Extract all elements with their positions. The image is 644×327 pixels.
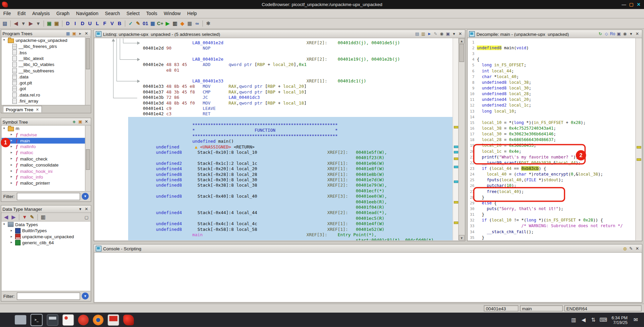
code-line[interactable]: 7 char *local_40; [469,74,635,79]
code-line[interactable]: 8 undefined8 local_38; [469,80,635,85]
code-line[interactable]: undefined ▲ <UNASSIGNED> <RETURN> [143,144,452,149]
code-line[interactable]: 23 if (local_44 == 0xb83cb) { [469,166,635,172]
dtm-unpackme-upx-unpacked[interactable]: ▸unpackme-upx_unpacked [2,234,90,240]
toolbar-u-icon[interactable]: U [86,20,94,27]
code-line[interactable]: 31 } [469,212,635,217]
panel-menu-icon[interactable]: ▾ [451,31,457,37]
run-script-icon[interactable]: ▶ [164,20,171,27]
symbol-malloc-printerr[interactable]: ▸fmalloc_printerr [2,180,87,186]
program-trees-scrollbar[interactable] [85,37,90,105]
expand-tree-icon[interactable]: ▸ [77,30,83,36]
toolbar-b-icon[interactable]: B [116,20,123,27]
byte-viewer-icon[interactable]: 01 [142,20,149,27]
code-line[interactable]: 00401ec5(R) [143,216,452,221]
scroll-lock-icon[interactable]: ◍ [622,246,628,251]
network-icon[interactable]: ⇅ [589,316,598,323]
code-line[interactable]: ****************************************… [143,133,452,139]
symbol-tree-header[interactable]: Symbol Tree ◈▣✕ [1,118,91,126]
code-line[interactable]: 00401f23(R) [143,155,452,160]
panel-menu-icon[interactable]: ▾ [628,31,634,37]
symbol-madvise[interactable]: ▸fmadvise [2,132,87,138]
snapshot-icon[interactable]: ◉ [439,31,445,37]
copy-icon[interactable]: ▤ [414,31,420,37]
code-line[interactable]: 1 [469,40,635,45]
code-line[interactable]: 4{ [469,57,635,62]
code-line[interactable]: undefined8 Stack[-0x40]:8 local_40 XREF[… [143,194,452,199]
code-line[interactable]: undefined main() [143,139,452,144]
scrollbar-thumb[interactable] [459,44,464,62]
toolbar-d-icon[interactable]: D [64,20,71,27]
firefox-app-icon[interactable] [93,315,104,325]
snapshot-icon[interactable]: ◉ [622,31,628,37]
memory-map-icon[interactable]: ▥ [171,20,179,27]
preview-window-icon[interactable]: ▢ [84,214,90,220]
code-line[interactable]: 00401e37 48 3b 45 f8 CMP RAX,qword ptr [… [143,89,452,95]
code-line[interactable]: 00401e41 c9 LEAVE [143,106,452,111]
ghidra-app-icon[interactable] [123,315,134,325]
code-line[interactable]: undefined4 Stack[-0x20]:4 local_20 XREF[… [143,166,452,172]
section-libc-subfreeres[interactable]: __libc_subfreeres [2,68,87,74]
chevron-icon[interactable]: ▸ [11,132,15,138]
chevron-icon[interactable]: ▸ [11,234,15,240]
code-line[interactable]: * FUNCTION * [143,128,452,133]
close-tab-icon[interactable]: ✕ [36,107,39,111]
next-type-icon[interactable]: ▶ [10,213,17,221]
code-line[interactable]: 00401f04(R) [143,205,452,210]
menu-window[interactable]: Window [160,10,184,17]
chevron-icon[interactable]: ▾ [3,221,8,227]
code-line[interactable]: 35 } [469,235,635,240]
chevron-icon[interactable]: ▸ [11,138,15,144]
code-line[interactable]: undefined8 Stack[-0x30]:8 local_30 XREF[… [143,177,452,183]
paste-icon[interactable]: ▥ [420,31,426,37]
tree-root-unpackme[interactable]: ▾unpackme-upx_unpacked [2,37,87,43]
menu-navigation[interactable]: Navigation [73,10,102,17]
listing-header[interactable]: Listing: unpackme-upx_unpacked - (5 addr… [94,30,465,38]
goto-symbol-icon[interactable]: ◈ [71,119,77,124]
clone-window-icon[interactable]: ▣ [616,31,622,37]
volume-icon[interactable]: ◀ [579,316,588,323]
code-line[interactable]: 30 puts("Sorry, that\'s not it!"); [469,206,635,212]
cursor-location-icon[interactable]: ► [426,31,432,37]
symbol-filter-input[interactable] [17,193,80,200]
chevron-icon[interactable]: ▸ [11,144,15,150]
navigate-forward-icon[interactable]: ▶ [27,20,35,27]
listing-scrollbar[interactable]: ▲ ▼ [459,38,465,241]
code-line[interactable]: 00401ecf(*) [143,188,452,194]
text-editor-app-icon[interactable] [62,314,74,325]
code-line[interactable]: undefined2 Stack[-0x1c]:2 local_1c XREF[… [143,161,452,166]
scrollbar-thumb[interactable] [86,38,90,69]
chevron-icon[interactable]: ▾ [3,37,8,43]
code-line[interactable]: 33 /* WARNING: Subroutine does not retur… [469,223,635,229]
menu-analysis[interactable]: Analysis [29,10,53,17]
validate-icon[interactable]: ✓ [127,20,134,27]
console-output[interactable] [95,253,642,302]
view-formats-icon[interactable]: ▦ [65,30,71,36]
toolbar-i-icon[interactable]: I [71,20,79,27]
code-line[interactable]: 00401e33 48 8b 45 e8 MOV RAX,qword ptr [… [143,84,452,89]
previous-type-icon[interactable]: ◀ [2,213,10,221]
code-line[interactable]: 16 local_38 = 0x4c75257240343a41; [469,126,635,131]
code-line[interactable]: 18 local_28 = 0x6865666430486637; [469,137,635,143]
chevron-icon[interactable]: ▸ [11,156,15,162]
code-line[interactable]: main XREF[3]: Entry Point(*), [143,232,452,238]
code-line[interactable]: 11 undefined4 local_20; [469,97,635,103]
section-data[interactable]: .data [2,74,87,80]
code-line[interactable]: 5 long in_FS_OFFSET; [469,62,635,68]
code-line[interactable]: start:00401c81(*), 004cfdd0(*) [143,238,452,240]
chevron-icon[interactable]: ▸ [11,174,15,180]
keyboard-icon[interactable]: ⌨ [598,316,608,323]
edit-listing-icon[interactable]: ✎ [432,31,438,37]
filter-options-button[interactable]: ▼ [82,292,89,300]
diamond-icon[interactable]: ◆ [179,20,186,27]
code-line[interactable]: ****************************************… [143,122,452,128]
section-bss[interactable]: .bss [2,50,87,56]
code-line[interactable] [143,117,452,122]
symbol-malloc-check[interactable]: ▸fmalloc_check [2,156,87,162]
code-line[interactable]: 00401e3b 72 86 JC LAB_00401dc3 [143,95,452,100]
toolbar-l-icon[interactable]: L [94,20,101,27]
close-icon[interactable]: ✕ [84,30,90,36]
code-line[interactable]: 3 [469,51,635,57]
menu-search[interactable]: Search [102,10,123,17]
viewer-app-icon[interactable] [78,315,89,325]
listing-body[interactable]: LAB_00401e2d XREF[2]: 00401dd3(j), 00401… [95,38,465,241]
